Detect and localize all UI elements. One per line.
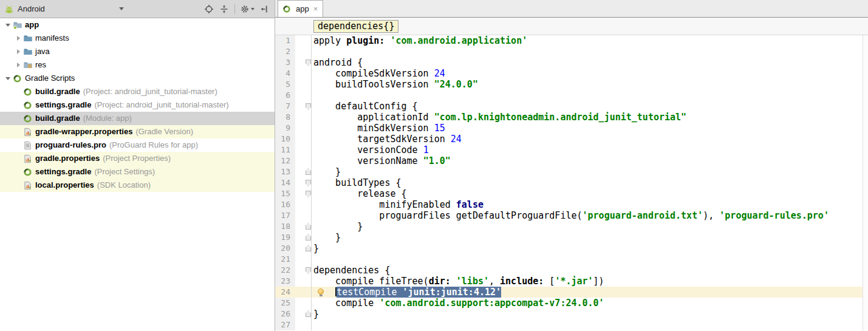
code-text: } <box>312 309 319 319</box>
code-line-2[interactable]: 2 <box>275 46 868 57</box>
hide-panel-icon[interactable] <box>259 4 270 15</box>
code-line-25[interactable]: 25 compile 'com.android.support:appcompa… <box>275 298 868 309</box>
tree-item-settings-gradle[interactable]: settings.gradle(Project: android_junit_t… <box>0 98 275 112</box>
fold-marker-icon[interactable] <box>306 310 311 317</box>
line-number: 27 <box>275 319 295 330</box>
gear-caret-icon[interactable] <box>251 8 255 10</box>
tree-item-local-properties[interactable]: local.properties(SDK Location) <box>0 179 275 192</box>
tree-item-label: build.gradle <box>35 85 80 98</box>
tree-item-manifests[interactable]: manifests <box>0 32 275 45</box>
line-number: 6 <box>275 90 295 101</box>
code-text: minifyEnabled false <box>312 199 484 210</box>
tree-item-label: build.gradle <box>35 112 80 125</box>
tree-item-note: (SDK Location) <box>97 179 151 192</box>
folder-icon <box>23 33 34 43</box>
code-editor[interactable]: 1apply plugin: 'com.android.application'… <box>275 35 868 330</box>
code-line-19[interactable]: 19 } <box>275 232 868 243</box>
code-line-11[interactable]: 11 versionCode 1 <box>275 145 868 155</box>
tree-item-gradle-wrapper-properties[interactable]: gradle-wrapper.properties(Gradle Version… <box>0 125 275 138</box>
collapse-arrow-icon[interactable] <box>5 24 10 27</box>
line-number: 14 <box>275 177 295 188</box>
code-line-14[interactable]: 14 buildTypes { <box>275 177 868 188</box>
code-line-10[interactable]: 10 targetSdkVersion 24 <box>275 134 868 145</box>
code-line-24[interactable]: 24 testCompile 'junit:junit:4.12' <box>275 287 868 298</box>
view-selector-caret-icon[interactable] <box>119 7 124 10</box>
gradle-icon <box>23 114 34 123</box>
code-line-16[interactable]: 16 minifyEnabled false <box>275 199 868 210</box>
tree-item-note: (ProGuard Rules for app) <box>109 138 198 152</box>
fold-marker-icon[interactable] <box>306 223 311 230</box>
android-studio-window: Android <box>0 0 868 331</box>
expand-arrow-icon[interactable] <box>17 36 20 41</box>
code-line-23[interactable]: 23 compile fileTree(dir: 'libs', include… <box>275 276 868 287</box>
code-text: release { <box>312 188 407 199</box>
expand-arrow-icon[interactable] <box>17 49 20 54</box>
intention-lightbulb-icon[interactable] <box>317 288 324 296</box>
code-line-18[interactable]: 18 } <box>275 221 868 232</box>
code-line-20[interactable]: 20} <box>275 243 868 254</box>
textfile-icon <box>23 141 34 150</box>
code-line-8[interactable]: 8 applicationId "com.lp.knightoneadmin.a… <box>275 112 868 123</box>
tree-item-gradle-properties[interactable]: gradle.properties(Project Properties) <box>0 152 275 165</box>
tree-item-label: java <box>35 45 50 58</box>
tree-item-app[interactable]: app <box>0 18 275 32</box>
code-line-22[interactable]: 22dependencies { <box>275 265 868 276</box>
tree-item-build-gradle[interactable]: build.gradle(Module: app) <box>0 112 275 125</box>
code-line-12[interactable]: 12 versionName "1.0" <box>275 155 868 166</box>
code-text <box>312 319 313 330</box>
line-number: 16 <box>275 199 295 210</box>
tab-label: app <box>296 4 309 13</box>
code-line-5[interactable]: 5 buildToolsVersion "24.0.0" <box>275 79 868 90</box>
locate-icon[interactable] <box>203 4 214 15</box>
line-number: 25 <box>275 298 295 309</box>
code-line-17[interactable]: 17 proguardFiles getDefaultProguardFile(… <box>275 210 868 221</box>
fold-marker-icon[interactable] <box>306 245 311 251</box>
collapse-all-icon[interactable] <box>219 4 230 15</box>
fold-marker-icon[interactable] <box>306 267 311 274</box>
fold-marker-icon[interactable] <box>306 60 311 66</box>
line-number: 18 <box>275 221 295 232</box>
fold-marker-icon[interactable] <box>306 103 311 110</box>
code-line-4[interactable]: 4 compileSdkVersion 24 <box>275 68 868 79</box>
tab-app[interactable]: app × <box>278 0 323 17</box>
code-text: testCompile 'junit:junit:4.12' <box>312 287 501 298</box>
project-view-selector[interactable]: Android <box>18 4 45 13</box>
breadcrumb-dependencies[interactable]: dependencies{} <box>313 20 398 33</box>
code-line-1[interactable]: 1apply plugin: 'com.android.application' <box>275 35 868 46</box>
tree-item-java[interactable]: java <box>0 45 275 58</box>
editor-tab-bar: app × <box>275 0 868 18</box>
fold-marker-icon[interactable] <box>306 191 311 197</box>
fold-marker-icon[interactable] <box>306 234 311 241</box>
code-line-27[interactable]: 27 <box>275 319 868 330</box>
code-line-7[interactable]: 7 defaultConfig { <box>275 101 868 112</box>
tree-item-build-gradle[interactable]: build.gradle(Project: android_junit_tuto… <box>0 85 275 98</box>
tree-item-gradle-scripts[interactable]: Gradle Scripts <box>0 72 275 85</box>
code-line-26[interactable]: 26} <box>275 309 868 319</box>
collapse-arrow-icon[interactable] <box>5 77 10 80</box>
tree-item-res[interactable]: res <box>0 58 275 72</box>
code-line-15[interactable]: 15 release { <box>275 188 868 199</box>
code-line-21[interactable]: 21 <box>275 254 868 265</box>
line-number: 5 <box>275 79 295 90</box>
tree-item-label: settings.gradle <box>35 165 91 179</box>
fold-marker-icon[interactable] <box>306 180 311 186</box>
code-line-6[interactable]: 6 <box>275 90 868 101</box>
fold-marker-icon[interactable] <box>306 168 311 175</box>
code-line-3[interactable]: 3android { <box>275 57 868 68</box>
tree-item-label: local.properties <box>35 179 94 192</box>
gradle-icon <box>23 87 34 97</box>
code-text: compileSdkVersion 24 <box>312 68 445 79</box>
code-line-13[interactable]: 13 } <box>275 166 868 177</box>
expand-arrow-icon[interactable] <box>17 63 20 67</box>
editor-scrollbar[interactable] <box>863 35 868 331</box>
code-text <box>312 254 313 265</box>
tree-item-proguard-rules-pro[interactable]: proguard-rules.pro(ProGuard Rules for ap… <box>0 138 275 152</box>
folder-app-icon <box>13 20 24 30</box>
tree-item-settings-gradle[interactable]: settings.gradle(Project Settings) <box>0 165 275 179</box>
line-number: 3 <box>275 57 295 68</box>
breadcrumb-bar: dependencies{} <box>275 18 868 35</box>
settings-gear-icon[interactable] <box>239 4 250 15</box>
close-tab-icon[interactable]: × <box>313 5 318 13</box>
code-text: dependencies { <box>312 265 390 276</box>
code-line-9[interactable]: 9 minSdkVersion 15 <box>275 123 868 134</box>
